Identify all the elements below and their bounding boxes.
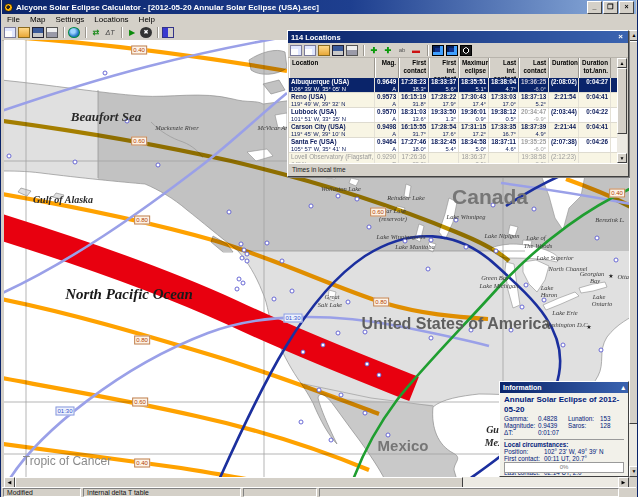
- column-header[interactable]: Last int.contact: [489, 58, 519, 78]
- close-button[interactable]: ×: [619, 1, 634, 14]
- location-marker[interactable]: [365, 362, 369, 366]
- location-marker[interactable]: [454, 218, 458, 222]
- location-marker[interactable]: [329, 438, 333, 442]
- map-display2-icon[interactable]: [446, 45, 458, 56]
- column-header[interactable]: Lastcontact: [519, 58, 549, 78]
- collapse-icon[interactable]: ▴: [621, 384, 625, 392]
- location-marker[interactable]: [367, 225, 371, 229]
- open-folder-icon[interactable]: [318, 45, 330, 56]
- scroll-down-icon[interactable]: ▼: [629, 466, 638, 477]
- column-header[interactable]: Durationtot./ann.: [579, 58, 611, 78]
- location-marker[interactable]: [509, 328, 513, 332]
- location-marker[interactable]: [386, 433, 390, 437]
- location-marker[interactable]: [7, 154, 11, 158]
- location-marker[interactable]: [595, 236, 599, 240]
- table-row[interactable]: Albuquerque (USA)106° 39' W, 35° 05' N0.…: [289, 78, 617, 93]
- location-marker[interactable]: [125, 119, 129, 123]
- location-marker[interactable]: [321, 343, 325, 347]
- delta-t-icon[interactable]: ΔT: [104, 27, 116, 38]
- location-marker[interactable]: [73, 160, 77, 164]
- location-marker[interactable]: [491, 203, 495, 207]
- location-marker[interactable]: [339, 393, 343, 397]
- location-marker[interactable]: [103, 71, 107, 75]
- location-marker[interactable]: [245, 252, 249, 256]
- location-marker[interactable]: [532, 207, 536, 211]
- location-marker[interactable]: [241, 281, 245, 285]
- location-marker[interactable]: [403, 239, 407, 243]
- table-vscroll-thumb[interactable]: [617, 68, 627, 134]
- location-marker[interactable]: [426, 267, 430, 271]
- location-marker[interactable]: [336, 331, 340, 335]
- column-header[interactable]: Duration: [549, 58, 579, 78]
- location-marker[interactable]: [614, 258, 618, 262]
- eclipse-display-icon[interactable]: [460, 45, 472, 56]
- location-marker[interactable]: [599, 348, 603, 352]
- vscroll-thumb[interactable]: [629, 41, 638, 424]
- print-icon[interactable]: [46, 27, 58, 38]
- location-marker[interactable]: [240, 256, 244, 260]
- table-row[interactable]: Carson City (USA)119° 45' W, 39° 10' N0.…: [289, 123, 617, 138]
- location-marker[interactable]: [272, 297, 276, 301]
- menu-settings[interactable]: Settings: [50, 15, 89, 24]
- location-marker[interactable]: [317, 388, 321, 392]
- minimize-button[interactable]: _: [587, 1, 602, 14]
- print-icon[interactable]: [346, 45, 358, 56]
- locations-panel-titlebar[interactable]: 114 Locations ×: [288, 31, 628, 43]
- table-vscrollbar[interactable]: ▲ ▼: [617, 58, 627, 163]
- location-marker[interactable]: [429, 336, 433, 340]
- location-marker[interactable]: [301, 350, 305, 354]
- play-icon[interactable]: ▶: [126, 27, 138, 38]
- open-folder-icon[interactable]: [18, 27, 30, 38]
- globe-icon[interactable]: [68, 27, 80, 38]
- table-row[interactable]: Reno (USA)119° 49' W, 39° 32' N0.9573A16…: [289, 93, 617, 108]
- location-marker[interactable]: [346, 300, 350, 304]
- close-icon[interactable]: ×: [616, 32, 625, 42]
- add-location2-icon[interactable]: ✚: [382, 45, 394, 56]
- location-marker[interactable]: [336, 194, 340, 198]
- location-marker[interactable]: [299, 420, 303, 424]
- scroll-up-icon[interactable]: ▲: [617, 58, 627, 68]
- map-display-icon[interactable]: [432, 45, 444, 56]
- rename-icon[interactable]: ab: [396, 45, 408, 56]
- location-marker[interactable]: [429, 238, 433, 242]
- location-marker[interactable]: [235, 287, 239, 291]
- location-marker[interactable]: [242, 248, 246, 252]
- column-header[interactable]: Maximumeclipse: [459, 58, 489, 78]
- scroll-up-icon[interactable]: ▲: [629, 30, 638, 41]
- save-icon[interactable]: [332, 45, 344, 56]
- location-marker[interactable]: [309, 204, 313, 208]
- menu-file[interactable]: File: [2, 15, 25, 24]
- map-vscrollbar[interactable]: ▲ ▼: [629, 30, 638, 477]
- location-marker[interactable]: [290, 289, 294, 293]
- location-marker[interactable]: [377, 373, 381, 377]
- location-marker[interactable]: [469, 328, 473, 332]
- location-marker[interactable]: [524, 283, 528, 287]
- maximize-button[interactable]: ❐: [603, 1, 618, 14]
- column-header[interactable]: First int.contact: [429, 58, 459, 78]
- location-marker[interactable]: [363, 330, 367, 334]
- table-row[interactable]: Santa Fe (USA)105° 57' W, 35° 41' N0.946…: [289, 138, 617, 153]
- location-marker[interactable]: [237, 277, 241, 281]
- column-header[interactable]: Firstcontact: [399, 58, 429, 78]
- location-marker[interactable]: [227, 210, 231, 214]
- information-panel-titlebar[interactable]: Information ▴: [500, 382, 628, 393]
- stop-icon[interactable]: ✖: [140, 27, 152, 38]
- menu-help[interactable]: Help: [134, 15, 160, 24]
- menu-map[interactable]: Map: [25, 15, 51, 24]
- table-row[interactable]: Lubbock (USA)101° 51' W, 33° 35' N0.9570…: [289, 108, 617, 123]
- remove-icon[interactable]: ▬: [410, 45, 422, 56]
- new-file-icon[interactable]: [290, 45, 302, 56]
- location-marker[interactable]: [363, 411, 367, 415]
- location-marker[interactable]: [464, 245, 468, 249]
- add-location-icon[interactable]: ✚: [368, 45, 380, 56]
- exit-icon[interactable]: [162, 27, 174, 38]
- column-header[interactable]: Location: [289, 58, 375, 78]
- menu-locations[interactable]: Locations: [89, 15, 133, 24]
- location-marker[interactable]: [542, 298, 546, 302]
- location-marker[interactable]: [245, 259, 249, 263]
- location-marker[interactable]: [494, 249, 498, 253]
- copy-icon[interactable]: [304, 45, 316, 56]
- save-icon[interactable]: [32, 27, 44, 38]
- location-marker[interactable]: [355, 197, 359, 201]
- location-marker[interactable]: [520, 305, 524, 309]
